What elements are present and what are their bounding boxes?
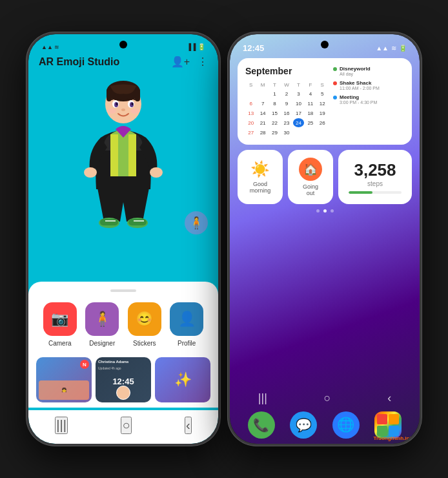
multi-cell-1 xyxy=(377,414,387,424)
event-name-1: Disneyworld xyxy=(340,66,404,72)
designer-icon: 🧍 xyxy=(85,302,119,336)
app-item-designer[interactable]: 🧍 Designer xyxy=(85,302,119,347)
cal-day-today: 24 xyxy=(293,118,304,127)
thumb-1[interactable]: N 👧 xyxy=(36,357,92,402)
dock-message-app[interactable]: 💬 xyxy=(290,411,317,439)
calendar-widget[interactable]: September S M T W T F S 1 2 xyxy=(238,58,412,145)
svg-point-10 xyxy=(121,109,125,111)
dock-phone-app[interactable]: 📞 xyxy=(248,411,275,439)
page-dot-2 xyxy=(323,209,327,213)
ar-floating-btn[interactable]: 🧍 xyxy=(185,211,208,234)
camera-icon: 📷 xyxy=(43,302,77,336)
nav-back-btn[interactable]: ‹ xyxy=(185,417,192,434)
phones-container: ▲▲ ≋ ▐▐ 🔋 AR Emoji Studio 👤+ ⋮ xyxy=(26,32,422,446)
camera-label: Camera xyxy=(48,340,72,347)
designer-label: Designer xyxy=(89,340,115,347)
person-add-icon[interactable]: 👤+ xyxy=(171,56,190,68)
emoji-character xyxy=(72,79,175,234)
cal-header-t2: T xyxy=(293,81,304,88)
svg-point-9 xyxy=(132,103,134,105)
right-nav-row: ||| ○ ‹ xyxy=(230,389,420,408)
svg-point-11 xyxy=(107,109,116,114)
app-icons-row: 📷 Camera 🧍 Designer 😊 Stickers 👤 Profile xyxy=(28,302,218,357)
more-options-icon[interactable]: ⋮ xyxy=(198,56,208,68)
svg-rect-3 xyxy=(135,88,140,101)
steps-bar-fill xyxy=(349,191,372,194)
stickers-icon: 😊 xyxy=(128,302,161,336)
watermark: Truongthinh.info xyxy=(373,435,414,441)
left-phone: ▲▲ ≋ ▐▐ 🔋 AR Emoji Studio 👤+ ⋮ xyxy=(26,32,220,446)
page-dot-1 xyxy=(316,209,320,213)
cal-header-s: S xyxy=(245,81,256,88)
cal-day: 29 xyxy=(269,128,280,137)
event-time-3: 3:00 PM - 4:30 PM xyxy=(340,100,404,105)
cal-header-s2: S xyxy=(317,81,328,88)
dock-browser-app[interactable]: 🌐 xyxy=(332,411,360,439)
app-item-profile[interactable]: 👤 Profile xyxy=(170,302,203,347)
svg-rect-2 xyxy=(107,88,112,101)
right-status-icons: ▲▲ ≋ 🔋 xyxy=(376,45,407,52)
weather-label: Good morning xyxy=(250,181,271,194)
event-info-1: Disneyworld All day xyxy=(340,66,404,76)
weather-widget[interactable]: ☀️ Good morning xyxy=(238,150,283,204)
cal-day: 6 xyxy=(245,99,256,108)
cal-day: 10 xyxy=(293,99,304,108)
event-dot-3 xyxy=(333,96,337,99)
cal-day: 15 xyxy=(269,109,280,118)
app-title: AR Emoji Studio xyxy=(39,56,119,68)
right-dock: 📞 💬 🌐 xyxy=(230,411,420,439)
profile-icon: 👤 xyxy=(170,302,203,336)
app-item-stickers[interactable]: 😊 Stickers xyxy=(128,302,161,347)
right-time: 12:45 xyxy=(243,43,264,53)
cal-day: 13 xyxy=(245,109,256,118)
event-info-3: Meeting 3:00 PM - 4:30 PM xyxy=(340,94,404,105)
svg-point-12 xyxy=(130,109,139,114)
nav-home-btn[interactable]: ○ xyxy=(121,417,131,434)
cal-day: 5 xyxy=(317,89,328,98)
cal-day: 30 xyxy=(281,128,292,137)
event-time-2: 11:00 AM - 2:00 PM xyxy=(340,86,404,90)
right-nav-home[interactable]: ○ xyxy=(324,391,331,405)
battery-icon-right: 🔋 xyxy=(399,45,407,52)
multi-cell-4 xyxy=(389,426,399,436)
cal-day: 27 xyxy=(245,128,256,137)
home-widget[interactable]: 🏠 Going out xyxy=(288,150,333,204)
cal-day: 2 xyxy=(281,89,292,98)
svg-point-13 xyxy=(84,167,97,178)
camera-hole-right xyxy=(321,41,329,48)
cal-day xyxy=(245,89,256,98)
cal-day: 21 xyxy=(257,118,268,127)
home-label: Going out xyxy=(303,183,318,196)
thumbnail-row: N 👧 Christina Adams Updated 4h ago 12:45 xyxy=(28,357,218,408)
left-nav-bar: ||| ○ ‹ xyxy=(28,410,218,444)
cal-header-w: W xyxy=(281,81,292,88)
steps-progress-bar xyxy=(349,191,402,194)
multi-cell-3 xyxy=(377,426,387,436)
steps-count: 3,258 xyxy=(354,160,396,180)
ar-title-bar: AR Emoji Studio 👤+ ⋮ xyxy=(28,53,218,73)
cal-day: 14 xyxy=(257,109,268,118)
thumb-2[interactable]: Christina Adams Updated 4h ago 12:45 xyxy=(96,357,151,402)
right-nav-recent[interactable]: ||| xyxy=(258,391,267,405)
cal-day: 28 xyxy=(257,128,268,137)
event-dot-1 xyxy=(333,67,337,71)
thumb-name: Christina Adams xyxy=(98,360,128,364)
event-disneyworld: Disneyworld All day xyxy=(333,66,404,76)
home-icon: 🏠 xyxy=(299,158,322,181)
cal-day: 9 xyxy=(281,99,292,108)
app-item-camera[interactable]: 📷 Camera xyxy=(43,302,77,347)
svg-point-8 xyxy=(116,103,118,105)
right-nav-back[interactable]: ‹ xyxy=(387,391,391,405)
steps-label: steps xyxy=(367,180,383,187)
camera-hole-left xyxy=(119,41,127,48)
sheet-handle xyxy=(110,289,136,292)
event-shakeshack: Shake Shack 11:00 AM - 2:00 PM xyxy=(333,80,404,90)
event-name-2: Shake Shack xyxy=(340,80,404,86)
cal-grid: S M T W T F S 1 2 3 4 5 xyxy=(245,81,328,137)
dock-multi-app[interactable] xyxy=(374,411,402,439)
thumb-3[interactable]: ✨ xyxy=(155,357,210,402)
nav-recent-btn[interactable]: ||| xyxy=(55,417,68,434)
steps-widget[interactable]: 3,258 steps xyxy=(338,150,412,204)
cal-day: 25 xyxy=(305,118,316,127)
cal-day: 4 xyxy=(305,89,316,98)
